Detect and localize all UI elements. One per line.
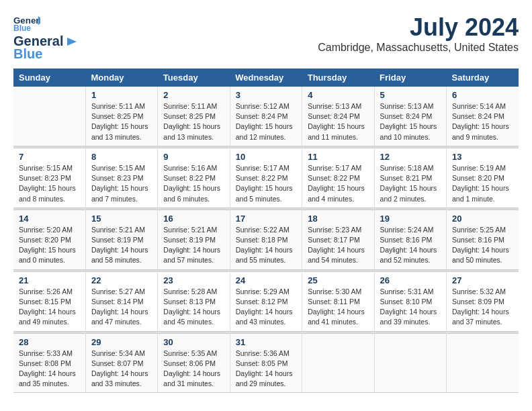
day-info: Sunrise: 5:21 AM Sunset: 8:19 PM Dayligh… xyxy=(163,225,224,266)
day-number: 21 xyxy=(19,275,80,285)
day-number: 6 xyxy=(452,90,513,100)
day-info: Sunrise: 5:11 AM Sunset: 8:25 PM Dayligh… xyxy=(163,101,224,142)
calendar-header-row: SundayMondayTuesdayWednesdayThursdayFrid… xyxy=(13,68,519,87)
calendar-cell: 31Sunrise: 5:36 AM Sunset: 8:05 PM Dayli… xyxy=(230,333,302,393)
calendar-cell: 9Sunrise: 5:16 AM Sunset: 8:22 PM Daylig… xyxy=(158,148,230,208)
day-number: 28 xyxy=(19,337,80,347)
day-number: 8 xyxy=(91,152,152,162)
day-info: Sunrise: 5:14 AM Sunset: 8:24 PM Dayligh… xyxy=(452,101,513,142)
weekday-header: Friday xyxy=(374,68,446,87)
day-info: Sunrise: 5:34 AM Sunset: 8:07 PM Dayligh… xyxy=(91,349,152,390)
page-title: July 2024 xyxy=(318,13,519,42)
calendar-cell: 15Sunrise: 5:21 AM Sunset: 8:19 PM Dayli… xyxy=(85,210,157,269)
calendar-cell xyxy=(13,87,85,146)
day-info: Sunrise: 5:11 AM Sunset: 8:25 PM Dayligh… xyxy=(91,101,152,142)
calendar-week-row: 14Sunrise: 5:20 AM Sunset: 8:20 PM Dayli… xyxy=(13,210,519,269)
logo: General Blue General Blue xyxy=(13,13,81,62)
day-number: 5 xyxy=(380,90,441,100)
weekday-header: Wednesday xyxy=(230,68,302,87)
calendar-cell: 16Sunrise: 5:21 AM Sunset: 8:19 PM Dayli… xyxy=(158,210,230,269)
day-number: 3 xyxy=(236,90,296,100)
day-info: Sunrise: 5:17 AM Sunset: 8:22 PM Dayligh… xyxy=(236,163,296,204)
calendar-cell: 8Sunrise: 5:15 AM Sunset: 8:23 PM Daylig… xyxy=(85,148,157,208)
day-number: 29 xyxy=(91,337,152,347)
day-info: Sunrise: 5:15 AM Sunset: 8:23 PM Dayligh… xyxy=(91,163,152,204)
day-number: 7 xyxy=(19,152,80,162)
calendar-cell: 23Sunrise: 5:28 AM Sunset: 8:13 PM Dayli… xyxy=(158,271,230,331)
day-info: Sunrise: 5:33 AM Sunset: 8:08 PM Dayligh… xyxy=(19,349,80,390)
calendar-cell: 30Sunrise: 5:35 AM Sunset: 8:06 PM Dayli… xyxy=(158,333,230,393)
day-number: 18 xyxy=(308,214,368,224)
day-number: 16 xyxy=(163,214,224,224)
calendar-week-row: 7Sunrise: 5:15 AM Sunset: 8:23 PM Daylig… xyxy=(13,148,519,208)
calendar-cell: 28Sunrise: 5:33 AM Sunset: 8:08 PM Dayli… xyxy=(13,333,85,393)
day-number: 14 xyxy=(19,214,80,224)
calendar-cell: 2Sunrise: 5:11 AM Sunset: 8:25 PM Daylig… xyxy=(158,87,230,146)
calendar-cell xyxy=(447,333,519,393)
day-info: Sunrise: 5:27 AM Sunset: 8:14 PM Dayligh… xyxy=(91,287,152,328)
calendar-table: SundayMondayTuesdayWednesdayThursdayFrid… xyxy=(13,68,519,393)
day-info: Sunrise: 5:23 AM Sunset: 8:17 PM Dayligh… xyxy=(308,225,368,266)
page-header: General Blue General Blue July 2024 Camb… xyxy=(13,13,519,62)
calendar-cell: 10Sunrise: 5:17 AM Sunset: 8:22 PM Dayli… xyxy=(230,148,302,208)
calendar-cell: 7Sunrise: 5:15 AM Sunset: 8:23 PM Daylig… xyxy=(13,148,85,208)
calendar-week-row: 28Sunrise: 5:33 AM Sunset: 8:08 PM Dayli… xyxy=(13,333,519,393)
day-number: 30 xyxy=(163,337,224,347)
calendar-cell: 5Sunrise: 5:13 AM Sunset: 8:24 PM Daylig… xyxy=(374,87,446,146)
logo-icon: General Blue xyxy=(13,13,40,32)
calendar-cell: 22Sunrise: 5:27 AM Sunset: 8:14 PM Dayli… xyxy=(85,271,157,331)
calendar-cell: 24Sunrise: 5:29 AM Sunset: 8:12 PM Dayli… xyxy=(230,271,302,331)
day-number: 22 xyxy=(91,275,152,285)
day-number: 12 xyxy=(380,152,441,162)
weekday-header: Tuesday xyxy=(158,68,230,87)
calendar-cell: 19Sunrise: 5:24 AM Sunset: 8:16 PM Dayli… xyxy=(374,210,446,269)
day-number: 19 xyxy=(380,214,441,224)
day-info: Sunrise: 5:13 AM Sunset: 8:24 PM Dayligh… xyxy=(308,101,368,142)
day-info: Sunrise: 5:18 AM Sunset: 8:21 PM Dayligh… xyxy=(380,163,441,204)
day-info: Sunrise: 5:17 AM Sunset: 8:22 PM Dayligh… xyxy=(308,163,368,204)
calendar-cell: 4Sunrise: 5:13 AM Sunset: 8:24 PM Daylig… xyxy=(302,87,374,146)
calendar-cell: 18Sunrise: 5:23 AM Sunset: 8:17 PM Dayli… xyxy=(302,210,374,269)
day-number: 10 xyxy=(236,152,296,162)
day-info: Sunrise: 5:16 AM Sunset: 8:22 PM Dayligh… xyxy=(163,163,224,204)
day-number: 24 xyxy=(236,275,296,285)
calendar-cell: 6Sunrise: 5:14 AM Sunset: 8:24 PM Daylig… xyxy=(447,87,519,146)
day-number: 27 xyxy=(452,275,513,285)
day-info: Sunrise: 5:36 AM Sunset: 8:05 PM Dayligh… xyxy=(236,349,296,390)
day-info: Sunrise: 5:15 AM Sunset: 8:23 PM Dayligh… xyxy=(19,163,80,204)
day-info: Sunrise: 5:31 AM Sunset: 8:10 PM Dayligh… xyxy=(380,287,441,328)
calendar-cell: 13Sunrise: 5:19 AM Sunset: 8:20 PM Dayli… xyxy=(447,148,519,208)
day-info: Sunrise: 5:35 AM Sunset: 8:06 PM Dayligh… xyxy=(163,349,224,390)
title-block: July 2024 Cambridge, Massachusetts, Unit… xyxy=(318,13,519,54)
day-info: Sunrise: 5:28 AM Sunset: 8:13 PM Dayligh… xyxy=(163,287,224,328)
svg-marker-3 xyxy=(67,38,77,46)
day-info: Sunrise: 5:12 AM Sunset: 8:24 PM Dayligh… xyxy=(236,101,296,142)
calendar-cell: 3Sunrise: 5:12 AM Sunset: 8:24 PM Daylig… xyxy=(230,87,302,146)
calendar-cell: 20Sunrise: 5:25 AM Sunset: 8:16 PM Dayli… xyxy=(447,210,519,269)
day-number: 26 xyxy=(380,275,441,285)
calendar-cell: 12Sunrise: 5:18 AM Sunset: 8:21 PM Dayli… xyxy=(374,148,446,208)
day-info: Sunrise: 5:25 AM Sunset: 8:16 PM Dayligh… xyxy=(452,225,513,266)
calendar-cell: 26Sunrise: 5:31 AM Sunset: 8:10 PM Dayli… xyxy=(374,271,446,331)
weekday-header: Saturday xyxy=(447,68,519,87)
calendar-cell: 1Sunrise: 5:11 AM Sunset: 8:25 PM Daylig… xyxy=(85,87,157,146)
day-number: 11 xyxy=(308,152,368,162)
svg-marker-2 xyxy=(38,16,40,25)
day-number: 23 xyxy=(163,275,224,285)
logo-blue: Blue xyxy=(13,46,42,62)
calendar-cell: 29Sunrise: 5:34 AM Sunset: 8:07 PM Dayli… xyxy=(85,333,157,393)
calendar-cell: 14Sunrise: 5:20 AM Sunset: 8:20 PM Dayli… xyxy=(13,210,85,269)
day-number: 9 xyxy=(163,152,224,162)
calendar-week-row: 21Sunrise: 5:26 AM Sunset: 8:15 PM Dayli… xyxy=(13,271,519,331)
day-info: Sunrise: 5:30 AM Sunset: 8:11 PM Dayligh… xyxy=(308,287,368,328)
day-info: Sunrise: 5:21 AM Sunset: 8:19 PM Dayligh… xyxy=(91,225,152,266)
logo-arrow-icon xyxy=(64,36,79,47)
day-info: Sunrise: 5:19 AM Sunset: 8:20 PM Dayligh… xyxy=(452,163,513,204)
calendar-cell xyxy=(374,333,446,393)
day-number: 13 xyxy=(452,152,513,162)
day-number: 4 xyxy=(308,90,368,100)
calendar-cell xyxy=(302,333,374,393)
day-number: 15 xyxy=(91,214,152,224)
calendar-cell: 17Sunrise: 5:22 AM Sunset: 8:18 PM Dayli… xyxy=(230,210,302,269)
svg-text:Blue: Blue xyxy=(13,24,31,32)
